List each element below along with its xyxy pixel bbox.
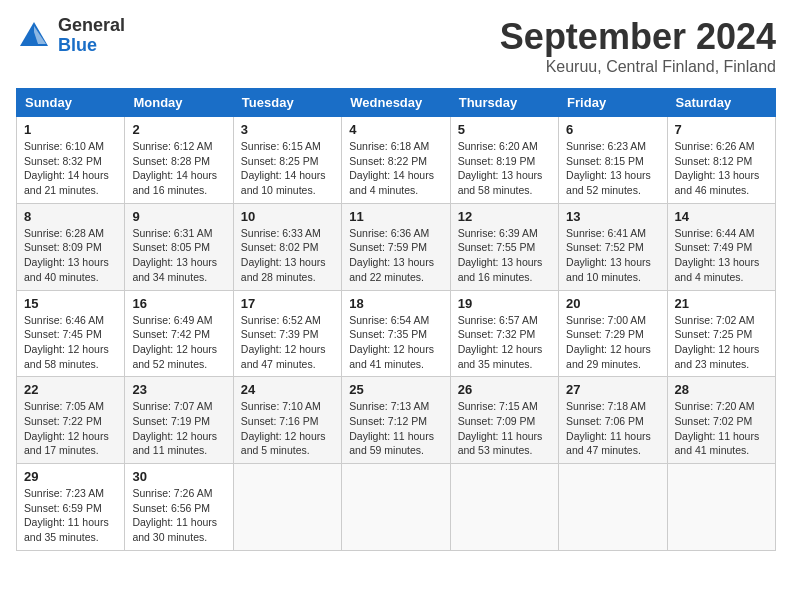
calendar-cell: 10Sunrise: 6:33 AMSunset: 8:02 PMDayligh… [233, 203, 341, 290]
calendar-cell: 15Sunrise: 6:46 AMSunset: 7:45 PMDayligh… [17, 290, 125, 377]
day-number: 22 [24, 382, 117, 397]
day-number: 5 [458, 122, 551, 137]
calendar-cell: 9Sunrise: 6:31 AMSunset: 8:05 PMDaylight… [125, 203, 233, 290]
calendar-cell: 18Sunrise: 6:54 AMSunset: 7:35 PMDayligh… [342, 290, 450, 377]
calendar-cell: 13Sunrise: 6:41 AMSunset: 7:52 PMDayligh… [559, 203, 667, 290]
logo: General Blue [16, 16, 125, 56]
calendar-cell: 19Sunrise: 6:57 AMSunset: 7:32 PMDayligh… [450, 290, 558, 377]
weekday-header-row: SundayMondayTuesdayWednesdayThursdayFrid… [17, 89, 776, 117]
calendar-cell: 3Sunrise: 6:15 AMSunset: 8:25 PMDaylight… [233, 117, 341, 204]
day-number: 23 [132, 382, 225, 397]
calendar-cell: 22Sunrise: 7:05 AMSunset: 7:22 PMDayligh… [17, 377, 125, 464]
calendar-cell [667, 464, 775, 551]
calendar-cell: 17Sunrise: 6:52 AMSunset: 7:39 PMDayligh… [233, 290, 341, 377]
day-info: Sunrise: 7:23 AMSunset: 6:59 PMDaylight:… [24, 486, 117, 545]
calendar-row-1: 8Sunrise: 6:28 AMSunset: 8:09 PMDaylight… [17, 203, 776, 290]
day-info: Sunrise: 6:39 AMSunset: 7:55 PMDaylight:… [458, 226, 551, 285]
calendar-cell: 5Sunrise: 6:20 AMSunset: 8:19 PMDaylight… [450, 117, 558, 204]
weekday-header-thursday: Thursday [450, 89, 558, 117]
day-info: Sunrise: 6:33 AMSunset: 8:02 PMDaylight:… [241, 226, 334, 285]
day-number: 11 [349, 209, 442, 224]
day-info: Sunrise: 6:36 AMSunset: 7:59 PMDaylight:… [349, 226, 442, 285]
day-number: 9 [132, 209, 225, 224]
calendar-cell: 24Sunrise: 7:10 AMSunset: 7:16 PMDayligh… [233, 377, 341, 464]
day-info: Sunrise: 6:23 AMSunset: 8:15 PMDaylight:… [566, 139, 659, 198]
calendar-cell [559, 464, 667, 551]
day-number: 30 [132, 469, 225, 484]
calendar-table: SundayMondayTuesdayWednesdayThursdayFrid… [16, 88, 776, 551]
day-number: 1 [24, 122, 117, 137]
day-number: 6 [566, 122, 659, 137]
day-info: Sunrise: 7:05 AMSunset: 7:22 PMDaylight:… [24, 399, 117, 458]
calendar-cell [450, 464, 558, 551]
day-info: Sunrise: 7:13 AMSunset: 7:12 PMDaylight:… [349, 399, 442, 458]
weekday-header-sunday: Sunday [17, 89, 125, 117]
calendar-cell: 4Sunrise: 6:18 AMSunset: 8:22 PMDaylight… [342, 117, 450, 204]
day-info: Sunrise: 6:20 AMSunset: 8:19 PMDaylight:… [458, 139, 551, 198]
logo-icon [16, 18, 52, 54]
title-block: September 2024 Keuruu, Central Finland, … [500, 16, 776, 76]
day-number: 27 [566, 382, 659, 397]
day-number: 2 [132, 122, 225, 137]
day-number: 21 [675, 296, 768, 311]
day-number: 3 [241, 122, 334, 137]
calendar-cell: 14Sunrise: 6:44 AMSunset: 7:49 PMDayligh… [667, 203, 775, 290]
month-title: September 2024 [500, 16, 776, 58]
calendar-cell: 29Sunrise: 7:23 AMSunset: 6:59 PMDayligh… [17, 464, 125, 551]
day-info: Sunrise: 7:15 AMSunset: 7:09 PMDaylight:… [458, 399, 551, 458]
day-info: Sunrise: 6:28 AMSunset: 8:09 PMDaylight:… [24, 226, 117, 285]
day-info: Sunrise: 6:10 AMSunset: 8:32 PMDaylight:… [24, 139, 117, 198]
calendar-cell: 7Sunrise: 6:26 AMSunset: 8:12 PMDaylight… [667, 117, 775, 204]
calendar-cell: 16Sunrise: 6:49 AMSunset: 7:42 PMDayligh… [125, 290, 233, 377]
day-info: Sunrise: 7:26 AMSunset: 6:56 PMDaylight:… [132, 486, 225, 545]
day-number: 12 [458, 209, 551, 224]
calendar-cell: 6Sunrise: 6:23 AMSunset: 8:15 PMDaylight… [559, 117, 667, 204]
day-number: 20 [566, 296, 659, 311]
day-info: Sunrise: 6:31 AMSunset: 8:05 PMDaylight:… [132, 226, 225, 285]
day-number: 7 [675, 122, 768, 137]
calendar-cell: 26Sunrise: 7:15 AMSunset: 7:09 PMDayligh… [450, 377, 558, 464]
calendar-row-3: 22Sunrise: 7:05 AMSunset: 7:22 PMDayligh… [17, 377, 776, 464]
day-number: 4 [349, 122, 442, 137]
day-number: 18 [349, 296, 442, 311]
day-number: 10 [241, 209, 334, 224]
day-info: Sunrise: 6:26 AMSunset: 8:12 PMDaylight:… [675, 139, 768, 198]
logo-general: General [58, 16, 125, 36]
calendar-cell: 30Sunrise: 7:26 AMSunset: 6:56 PMDayligh… [125, 464, 233, 551]
calendar-cell: 11Sunrise: 6:36 AMSunset: 7:59 PMDayligh… [342, 203, 450, 290]
weekday-header-tuesday: Tuesday [233, 89, 341, 117]
logo-blue: Blue [58, 36, 125, 56]
calendar-cell: 27Sunrise: 7:18 AMSunset: 7:06 PMDayligh… [559, 377, 667, 464]
day-number: 25 [349, 382, 442, 397]
calendar-row-0: 1Sunrise: 6:10 AMSunset: 8:32 PMDaylight… [17, 117, 776, 204]
day-info: Sunrise: 6:18 AMSunset: 8:22 PMDaylight:… [349, 139, 442, 198]
weekday-header-monday: Monday [125, 89, 233, 117]
day-info: Sunrise: 7:20 AMSunset: 7:02 PMDaylight:… [675, 399, 768, 458]
calendar-row-2: 15Sunrise: 6:46 AMSunset: 7:45 PMDayligh… [17, 290, 776, 377]
calendar-body: 1Sunrise: 6:10 AMSunset: 8:32 PMDaylight… [17, 117, 776, 551]
day-info: Sunrise: 6:52 AMSunset: 7:39 PMDaylight:… [241, 313, 334, 372]
page-header: General Blue September 2024 Keuruu, Cent… [16, 16, 776, 76]
day-number: 8 [24, 209, 117, 224]
day-info: Sunrise: 7:18 AMSunset: 7:06 PMDaylight:… [566, 399, 659, 458]
calendar-cell [233, 464, 341, 551]
logo-text: General Blue [58, 16, 125, 56]
day-info: Sunrise: 6:49 AMSunset: 7:42 PMDaylight:… [132, 313, 225, 372]
day-info: Sunrise: 6:54 AMSunset: 7:35 PMDaylight:… [349, 313, 442, 372]
day-number: 28 [675, 382, 768, 397]
weekday-header-friday: Friday [559, 89, 667, 117]
location-title: Keuruu, Central Finland, Finland [500, 58, 776, 76]
calendar-cell: 23Sunrise: 7:07 AMSunset: 7:19 PMDayligh… [125, 377, 233, 464]
day-number: 24 [241, 382, 334, 397]
day-number: 29 [24, 469, 117, 484]
day-number: 17 [241, 296, 334, 311]
day-info: Sunrise: 7:02 AMSunset: 7:25 PMDaylight:… [675, 313, 768, 372]
day-info: Sunrise: 6:44 AMSunset: 7:49 PMDaylight:… [675, 226, 768, 285]
day-info: Sunrise: 6:15 AMSunset: 8:25 PMDaylight:… [241, 139, 334, 198]
calendar-cell: 12Sunrise: 6:39 AMSunset: 7:55 PMDayligh… [450, 203, 558, 290]
day-number: 14 [675, 209, 768, 224]
day-number: 19 [458, 296, 551, 311]
day-info: Sunrise: 7:10 AMSunset: 7:16 PMDaylight:… [241, 399, 334, 458]
day-info: Sunrise: 6:46 AMSunset: 7:45 PMDaylight:… [24, 313, 117, 372]
weekday-header-wednesday: Wednesday [342, 89, 450, 117]
